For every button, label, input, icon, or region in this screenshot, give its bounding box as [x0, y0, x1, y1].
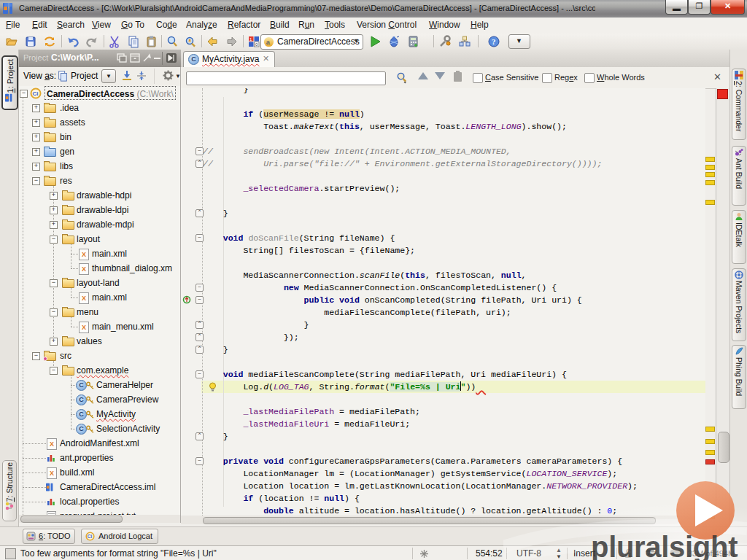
svg-text:Ci: Ci	[88, 534, 93, 539]
svg-text:Ci: Ci	[33, 90, 39, 97]
svg-text:a: a	[266, 39, 271, 46]
svg-text:?: ?	[492, 37, 496, 46]
